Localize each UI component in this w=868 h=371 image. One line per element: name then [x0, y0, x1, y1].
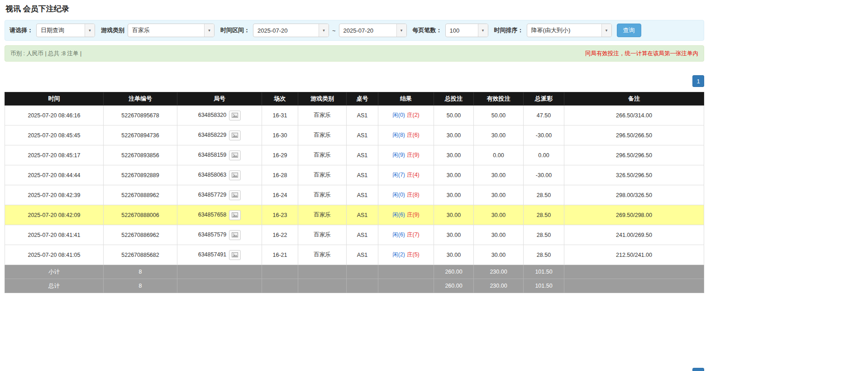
table-no-cell: AS1 [347, 145, 378, 165]
total-row: 总计 8 260.00 230.00 101.50 [5, 279, 704, 293]
page: 视讯 会员下注纪录 请选择： 日期查询 ▾ 游戏类别 百家乐 ▾ 时间区间： 2… [0, 0, 868, 371]
round-media-icon[interactable] [229, 130, 241, 140]
page-size-label: 每页笔数： [413, 26, 442, 34]
total-bet-link[interactable]: 30.00 [434, 205, 474, 225]
total-payout: 101.50 [524, 279, 564, 293]
total-valid-bet: 230.00 [474, 279, 524, 293]
player-result: 闲(6) [392, 212, 405, 218]
table-row[interactable]: 2025-07-20 08:45:45 522670894736 6348582… [5, 125, 704, 145]
range-separator: ~ [332, 27, 336, 34]
result-cell: 闲(0)庄(8) [378, 185, 434, 205]
player-result: 闲(8) [392, 132, 405, 138]
time-cell: 2025-07-20 08:44:44 [5, 165, 104, 185]
payout-value: 28.50 [524, 245, 564, 265]
chevron-down-icon: ▾ [204, 24, 214, 37]
subtotal-count: 8 [104, 265, 177, 279]
filter-bar: 请选择： 日期查询 ▾ 游戏类别 百家乐 ▾ 时间区间： 2025-07-20 … [5, 20, 704, 41]
total-label: 总计 [5, 279, 104, 293]
table-row[interactable]: 2025-07-20 08:42:09 522670888006 6348576… [5, 205, 704, 225]
table-row[interactable]: 2025-07-20 08:46:16 522670895678 6348583… [5, 106, 704, 125]
round-media-icon[interactable] [229, 250, 241, 260]
empty-cell [564, 279, 704, 293]
empty-cell [262, 279, 298, 293]
subtotal-label: 小计 [5, 265, 104, 279]
query-type-select[interactable]: 日期查询 ▾ [36, 24, 95, 37]
table-no-cell: AS1 [347, 125, 378, 145]
sort-value: 降幂(由大到小) [527, 24, 601, 37]
total-bet-link[interactable]: 30.00 [434, 165, 474, 185]
session-cell: 16-23 [262, 205, 298, 225]
chevron-down-icon: ▾ [319, 24, 329, 37]
total-bet-link[interactable]: 30.00 [434, 145, 474, 165]
time-range-label: 时间区间： [220, 26, 250, 34]
game-type-cell: 百家乐 [298, 145, 347, 165]
header-valid-bet: 有效投注 [474, 92, 524, 106]
subtotal-total-bet: 260.00 [434, 265, 474, 279]
table-no-cell: AS1 [347, 106, 378, 125]
valid-bet-cell: 50.00 [474, 106, 524, 125]
banker-result: 庄(2) [407, 112, 420, 118]
round-media-icon[interactable] [229, 190, 241, 200]
chevron-down-icon: ▾ [601, 24, 611, 37]
round-cell: 634857729 [177, 185, 262, 205]
session-cell: 16-28 [262, 165, 298, 185]
result-cell: 闲(2)庄(5) [378, 245, 434, 265]
table-row[interactable]: 2025-07-20 08:44:44 522670892889 6348580… [5, 165, 704, 185]
round-media-icon[interactable] [229, 170, 241, 180]
header-round-id: 局号 [177, 92, 262, 106]
remark-cell: 296.50/266.50 [564, 125, 704, 145]
session-cell: 16-29 [262, 145, 298, 165]
banker-result: 庄(9) [407, 152, 420, 158]
date-from-value: 2025-07-20 [253, 24, 319, 37]
total-bet-link[interactable]: 30.00 [434, 225, 474, 245]
total-bet-link[interactable]: 50.00 [434, 106, 474, 125]
game-type-value: 百家乐 [128, 24, 204, 37]
table-header-row: 时间 注单编号 局号 场次 游戏类别 桌号 结果 总投注 有效投注 总派彩 备注 [5, 92, 704, 106]
round-media-icon[interactable] [229, 230, 241, 240]
time-cell: 2025-07-20 08:42:09 [5, 205, 104, 225]
round-media-icon[interactable] [229, 210, 241, 220]
empty-cell [564, 265, 704, 279]
game-type-cell: 百家乐 [298, 165, 347, 185]
total-bet-link[interactable]: 30.00 [434, 125, 474, 145]
valid-bet-cell: 30.00 [474, 205, 524, 225]
round-id-value: 634857729 [198, 192, 227, 198]
header-result: 结果 [378, 92, 434, 106]
game-type-cell: 百家乐 [298, 245, 347, 265]
empty-cell [298, 265, 347, 279]
game-type-select[interactable]: 百家乐 ▾ [128, 24, 215, 37]
round-id-value: 634857491 [198, 251, 227, 258]
table-row[interactable]: 2025-07-20 08:41:41 522670886962 6348575… [5, 225, 704, 245]
empty-cell [378, 265, 434, 279]
time-cell: 2025-07-20 08:42:39 [5, 185, 104, 205]
session-cell: 16-22 [262, 225, 298, 245]
result-cell: 闲(6)庄(9) [378, 205, 434, 225]
page-button-1-bottom[interactable]: 1 [692, 368, 704, 371]
table-row[interactable]: 2025-07-20 08:45:17 522670893856 6348581… [5, 145, 704, 165]
banker-result: 庄(4) [407, 172, 420, 178]
round-cell: 634857491 [177, 245, 262, 265]
page-button-1[interactable]: 1 [692, 75, 704, 87]
game-type-cell: 百家乐 [298, 185, 347, 205]
valid-bet-cell: 30.00 [474, 125, 524, 145]
date-from-select[interactable]: 2025-07-20 ▾ [253, 24, 329, 37]
round-media-icon[interactable] [229, 111, 241, 120]
date-to-value: 2025-07-20 [339, 24, 396, 37]
table-no-cell: AS1 [347, 225, 378, 245]
bet-id-cell: 522670888006 [104, 205, 177, 225]
sort-select[interactable]: 降幂(由大到小) ▾ [527, 24, 612, 37]
table-row[interactable]: 2025-07-20 08:41:05 522670885682 6348574… [5, 245, 704, 265]
time-cell: 2025-07-20 08:45:17 [5, 145, 104, 165]
table-no-cell: AS1 [347, 165, 378, 185]
remark-cell: 266.50/314.00 [564, 106, 704, 125]
total-bet-link[interactable]: 30.00 [434, 185, 474, 205]
date-to-select[interactable]: 2025-07-20 ▾ [339, 24, 407, 37]
header-total-bet: 总投注 [434, 92, 474, 106]
round-cell: 634858159 [177, 145, 262, 165]
table-row[interactable]: 2025-07-20 08:42:39 522670888962 6348577… [5, 185, 704, 205]
page-size-select[interactable]: 100 ▾ [445, 24, 488, 37]
round-media-icon[interactable] [229, 150, 241, 160]
result-cell: 闲(9)庄(9) [378, 145, 434, 165]
query-button[interactable]: 查询 [617, 24, 641, 37]
total-bet-link[interactable]: 30.00 [434, 245, 474, 265]
